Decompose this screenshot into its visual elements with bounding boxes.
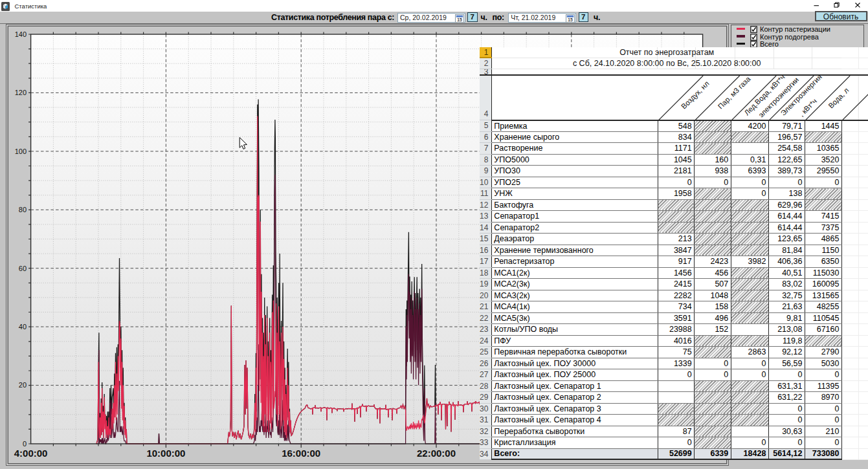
svg-text:Вода, л: Вода, л xyxy=(827,86,850,109)
svg-text:15: 15 xyxy=(568,17,573,22)
svg-text:20: 20 xyxy=(19,381,27,389)
svg-text:140: 140 xyxy=(15,30,27,38)
svg-text:80: 80 xyxy=(19,206,27,213)
svg-text:16:00:00: 16:00:00 xyxy=(282,448,320,459)
svg-text:22:00:00: 22:00:00 xyxy=(417,448,456,459)
svg-text:4:00:00: 4:00:00 xyxy=(14,448,48,459)
svg-text:0: 0 xyxy=(23,440,27,448)
svg-text:120: 120 xyxy=(15,89,27,96)
svg-text:15: 15 xyxy=(457,17,462,22)
svg-text:100: 100 xyxy=(15,147,27,155)
svg-text:60: 60 xyxy=(19,265,27,272)
svg-text:40: 40 xyxy=(19,323,27,331)
svg-text:10:00:00: 10:00:00 xyxy=(146,448,185,459)
